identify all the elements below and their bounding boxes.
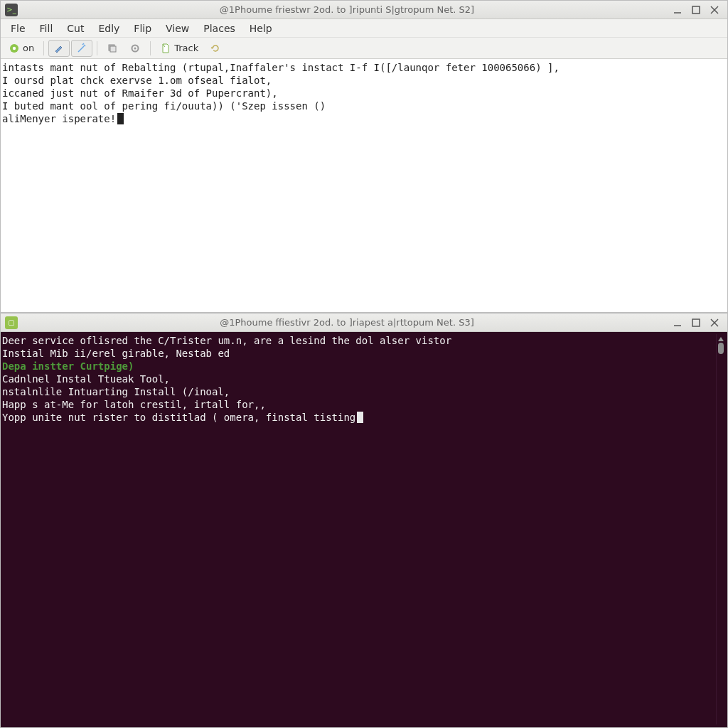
menu-places[interactable]: Places [196,20,242,37]
status-on-label: on [23,43,34,53]
tool-layers-button[interactable] [102,40,123,57]
menu-cut[interactable]: Cut [60,20,91,37]
bottom-window-title: @1Phoume ffiestivr 2od. to ]riapest a|rt… [22,317,672,328]
terminal-line: nstalnlile Intuarting Install (/inoal, [2,385,716,398]
close-button[interactable] [709,317,720,328]
power-icon [9,43,20,54]
menu-flip[interactable]: Flip [127,20,159,37]
svg-rect-11 [692,319,700,326]
minimize-button[interactable] [672,4,683,16]
tool-gear-button[interactable] [124,40,146,57]
status-on-button[interactable]: on [4,40,39,57]
terminal-line: intasts mant nut of Rebalting (rtupal,In… [2,61,724,74]
terminal-line: I buted mant ool of pering fi/ouuta)) ('… [2,100,724,112]
toolbar-separator-2 [97,41,97,55]
menu-file[interactable]: Fle [4,20,33,37]
cursor-block [357,412,363,423]
refresh-button[interactable] [205,40,226,57]
terminal-line: Happ s at-Me for latoh crestil, irtall f… [2,398,716,411]
svg-rect-1 [692,6,700,14]
terminal-line: I oursd plat chck exervse 1.om ofseal fi… [2,74,724,87]
track-button[interactable]: Track [155,40,203,57]
top-menubar: Fle Fill Cut Edly Flip View Places Help [1,19,727,38]
document-icon [160,43,171,54]
maximize-button[interactable] [690,4,702,16]
refresh-icon [210,43,221,54]
bottom-window-controls [672,317,723,328]
top-toolbar: on Track [1,38,727,59]
svg-point-5 [13,46,16,49]
minimize-button[interactable] [672,317,683,328]
vertical-scrollbar[interactable] [716,334,724,724]
top-window: >_ @1Phoume friestwr 2od. to ]ripunti S|… [0,0,728,313]
wand-icon [76,43,87,54]
layers-icon [107,43,118,54]
menu-view[interactable]: View [159,20,196,37]
terminal-line: aliMenyer isperate! [2,112,724,125]
terminal-line: Depa instter Curtpige) [2,360,716,373]
top-window-title: @1Phoume friestwr 2od. to ]ripunti S|gtr… [22,4,672,15]
gear-icon [129,43,141,54]
menu-fill[interactable]: Fill [33,20,60,37]
menu-edly[interactable]: Edly [91,20,127,37]
terminal-line: Cadnlnel Instal Ttueak Tool, [2,373,716,385]
close-button[interactable] [709,4,720,16]
bottom-terminal-area[interactable]: Deer service oflisred the C/Trister um.n… [1,332,727,727]
top-window-controls [672,4,723,16]
tool-wand-button[interactable] [71,40,92,57]
terminal-line: Deer service oflisred the C/Trister um.n… [2,334,716,347]
top-titlebar[interactable]: >_ @1Phoume friestwr 2od. to ]ripunti S|… [1,1,727,19]
track-button-label: Track [174,43,198,53]
brush-icon [53,43,65,54]
terminal-app-icon: >_ [5,4,18,16]
terminal-app-icon: ▢ [5,316,18,329]
tool-brush-button[interactable] [48,40,70,57]
scroll-up-arrow-icon[interactable] [718,336,724,341]
toolbar-separator [43,41,44,55]
top-terminal-area[interactable]: intasts mant nut of Rebalting (rtupal,In… [1,59,727,312]
maximize-button[interactable] [690,317,702,328]
menu-help[interactable]: Help [242,20,279,37]
bottom-window: ▢ @1Phoume ffiestivr 2od. to ]riapest a|… [0,313,728,728]
terminal-line: Yopp unite nut rister to distitlad ( ome… [2,411,716,424]
scrollbar-thumb[interactable] [718,343,724,354]
toolbar-separator-3 [150,41,151,55]
terminal-line: iccaned just nut of Rmaifer 3d of Puperc… [2,87,724,100]
bottom-titlebar[interactable]: ▢ @1Phoume ffiestivr 2od. to ]riapest a|… [1,314,727,332]
terminal-line: Instial Mib ii/erel girable, Nestab ed [2,347,716,360]
svg-point-9 [134,47,136,49]
cursor-block [117,113,124,124]
svg-rect-7 [110,46,116,52]
